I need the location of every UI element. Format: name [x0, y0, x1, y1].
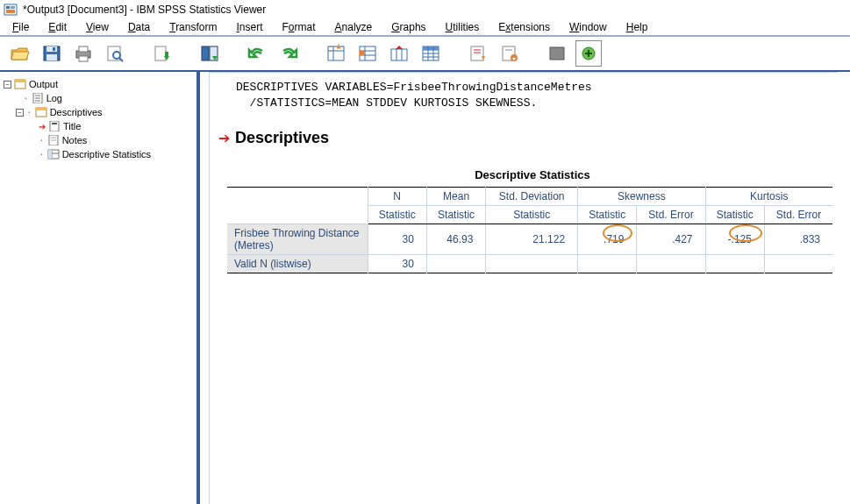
svg-rect-14	[155, 46, 166, 60]
export-icon[interactable]	[149, 40, 175, 67]
menu-utilities[interactable]: Utilities	[437, 19, 489, 35]
collapse-icon[interactable]: −	[4, 81, 11, 89]
outline-label: Descriptives	[50, 107, 103, 117]
table-container: Descriptive Statistics N Mean Std. Devia…	[227, 168, 838, 273]
cell	[426, 255, 485, 273]
menu-transform[interactable]: Transform	[161, 19, 225, 35]
select-cases-icon[interactable]	[418, 40, 444, 67]
svg-rect-15	[165, 52, 168, 56]
svg-rect-36	[471, 46, 483, 60]
save-icon[interactable]	[39, 40, 65, 67]
notes-icon	[47, 135, 60, 146]
sub-stat: Statistic	[426, 206, 485, 224]
sub-stat: Statistic	[578, 206, 637, 224]
svg-rect-9	[79, 46, 88, 52]
preview-icon[interactable]	[102, 40, 128, 67]
sub-se: Std. Error	[764, 206, 832, 224]
menu-analyze[interactable]: Analyze	[326, 19, 382, 35]
sub-stat: Statistic	[486, 206, 578, 224]
section-title: Descriptives	[235, 129, 329, 147]
table-row[interactable]: Frisbee Throwing Distance (Metres) 30 46…	[227, 224, 832, 255]
variables-icon[interactable]	[386, 40, 412, 67]
folder-icon	[35, 107, 47, 117]
menu-view[interactable]: View	[77, 19, 118, 35]
cell: .427	[637, 224, 705, 255]
goto-data-icon[interactable]	[323, 40, 349, 67]
output-icon	[14, 79, 26, 89]
outline-root[interactable]: − Output	[4, 77, 193, 91]
svg-rect-26	[391, 49, 407, 60]
outline-desc-stats[interactable]: · Descriptive Statistics	[4, 147, 193, 161]
syntax-block: DESCRIPTIVES VARIABLES=FrisbeeThrowingDi…	[236, 80, 838, 111]
menu-edit[interactable]: Edit	[39, 19, 75, 35]
svg-rect-5	[46, 46, 57, 52]
col-skewness: Skewness	[578, 188, 705, 206]
svg-rect-33	[423, 46, 439, 50]
table-row[interactable]: Valid N (listwise) 30	[227, 255, 832, 273]
outline-label: Log	[46, 93, 62, 103]
svg-rect-47	[15, 80, 25, 82]
designate-window-icon[interactable]	[575, 40, 602, 67]
svg-rect-25	[360, 51, 365, 55]
outline-descriptives[interactable]: − · Descriptives	[4, 105, 193, 119]
open-icon[interactable]	[7, 40, 33, 67]
descriptive-statistics-table[interactable]: N Mean Std. Deviation Skewness Kurtosis …	[227, 187, 832, 273]
menu-format[interactable]: Format	[274, 19, 325, 35]
gray-box-icon[interactable]	[544, 40, 570, 67]
dialog-recall-icon[interactable]	[196, 40, 223, 67]
redo-icon[interactable]	[275, 40, 302, 67]
menu-graphs[interactable]: Graphs	[382, 19, 434, 35]
cell: 21.122	[486, 224, 578, 255]
svg-rect-7	[53, 47, 55, 51]
svg-rect-6	[46, 54, 57, 60]
cell	[764, 255, 832, 273]
col-n: N	[368, 188, 426, 206]
cell-skew-stat: .719	[578, 224, 637, 255]
section-header: ➔ Descriptives	[218, 129, 838, 147]
menu-insert[interactable]: Insert	[227, 19, 271, 35]
title-bar: *Output3 [Document3] - IBM SPSS Statisti…	[0, 0, 850, 19]
svg-rect-2	[11, 6, 15, 9]
menu-bar: File Edit View Data Transform Insert For…	[0, 19, 850, 37]
outline-notes[interactable]: · Notes	[4, 133, 193, 147]
svg-rect-62	[48, 150, 52, 159]
print-icon[interactable]	[70, 40, 96, 67]
cell	[486, 255, 578, 273]
svg-rect-53	[36, 108, 46, 110]
menu-extensions[interactable]: Extensions	[489, 19, 559, 35]
goto-case-icon[interactable]	[354, 40, 381, 67]
workspace: − Output · Log − · Descriptives ➔ Title …	[0, 72, 850, 504]
cell	[578, 255, 637, 273]
svg-rect-16	[202, 46, 209, 60]
col-kurtosis: Kurtosis	[705, 188, 832, 206]
row-label: Frisbee Throwing Distance (Metres)	[227, 224, 368, 255]
menu-file[interactable]: File	[4, 19, 38, 35]
cell	[705, 255, 764, 273]
svg-rect-3	[6, 10, 15, 13]
outline-log[interactable]: · Log	[4, 91, 193, 105]
cell: 46.93	[426, 224, 485, 255]
outline-pane[interactable]: − Output · Log − · Descriptives ➔ Title …	[0, 72, 200, 504]
menu-help[interactable]: Help	[618, 19, 657, 35]
collapse-icon[interactable]: −	[16, 109, 24, 117]
outline-label: Notes	[62, 135, 88, 146]
svg-rect-17	[210, 46, 218, 60]
insert-title-icon[interactable]	[496, 40, 523, 67]
menu-data[interactable]: Data	[119, 19, 159, 35]
undo-icon[interactable]	[244, 40, 270, 67]
app-icon	[4, 3, 18, 17]
svg-rect-10	[79, 56, 88, 61]
insert-text-icon[interactable]	[465, 40, 491, 67]
title-icon	[48, 121, 61, 131]
cell	[637, 255, 705, 273]
svg-rect-18	[328, 46, 344, 60]
log-icon	[32, 93, 44, 103]
cell-kurt-stat: -.125	[705, 224, 764, 255]
content-pane[interactable]: DESCRIPTIVES VARIABLES=FrisbeeThrowingDi…	[200, 72, 850, 504]
tree-connector: ·	[23, 93, 29, 104]
table-title: Descriptive Statistics	[227, 168, 838, 181]
sub-se: Std. Error	[637, 206, 705, 224]
outline-title[interactable]: ➔ Title	[4, 119, 193, 133]
sub-stat: Statistic	[368, 206, 426, 224]
menu-window[interactable]: Window	[561, 19, 616, 35]
